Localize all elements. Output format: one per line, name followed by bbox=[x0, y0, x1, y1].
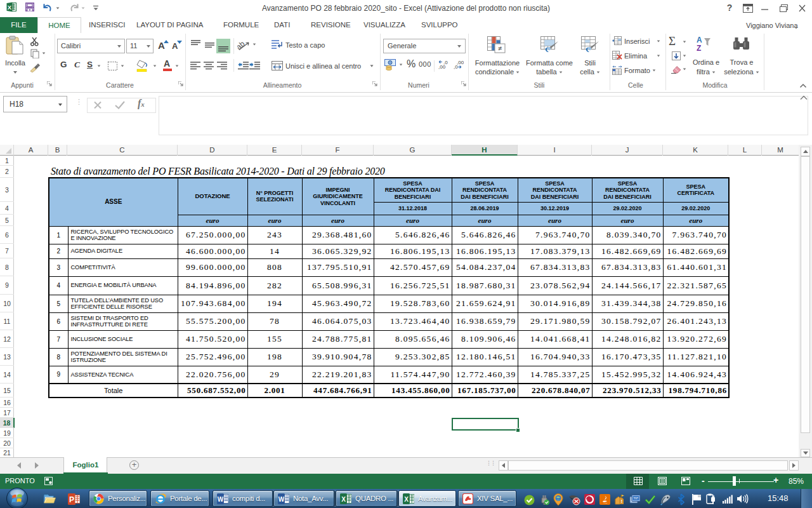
svg-text:W: W bbox=[278, 495, 285, 502]
svg-text:!: ! bbox=[620, 498, 622, 504]
svg-text:X: X bbox=[404, 495, 409, 502]
svg-text:Z: Z bbox=[697, 44, 701, 53]
svg-text:A: A bbox=[697, 36, 702, 44]
svg-text:W: W bbox=[218, 495, 224, 502]
svg-text:P: P bbox=[69, 495, 74, 504]
svg-text:,0: ,0 bbox=[454, 64, 458, 70]
svg-text:≠: ≠ bbox=[498, 44, 502, 52]
svg-text:,00: ,00 bbox=[438, 64, 446, 70]
svg-text:X: X bbox=[341, 495, 346, 502]
